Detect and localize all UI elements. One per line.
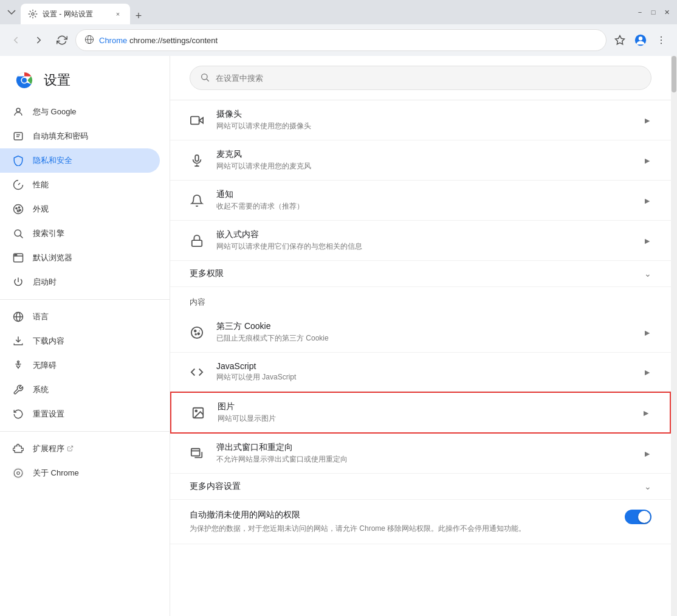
badge-icon	[12, 130, 24, 142]
search-input[interactable]	[216, 74, 641, 83]
javascript-item[interactable]: JavaScript 网站可以使用 JavaScript ►	[170, 353, 671, 392]
settings-search-header	[170, 56, 671, 100]
embedded-arrow: ►	[643, 236, 651, 246]
cookie-item[interactable]: 第三方 Cookie 已阻止无痕模式下的第三方 Cookie ►	[170, 313, 671, 353]
sidebar-item-autofill[interactable]: 自动填充和密码	[0, 124, 160, 148]
camera-icon	[190, 113, 204, 128]
external-link-icon	[67, 445, 74, 453]
sidebar-item-default-browser[interactable]: 默认浏览器	[0, 246, 160, 270]
mic-icon	[190, 153, 204, 168]
microphone-item[interactable]: 麦克风 网站可以请求使用您的麦克风 ►	[170, 140, 671, 181]
bookmark-button[interactable]	[610, 30, 630, 50]
popups-arrow: ►	[643, 449, 651, 459]
sidebar-item-performance[interactable]: 性能	[0, 173, 160, 197]
javascript-text: JavaScript 网站可以使用 JavaScript	[216, 361, 631, 382]
notifications-arrow: ►	[643, 196, 651, 206]
refresh-button[interactable]	[52, 30, 72, 50]
svg-point-35	[13, 468, 24, 479]
address-bar[interactable]: Chrome chrome://settings/content	[75, 29, 607, 51]
camera-arrow: ►	[643, 116, 651, 125]
content-header-label: 内容	[190, 297, 205, 306]
cookie-text: 第三方 Cookie 已阻止无痕模式下的第三方 Cookie	[216, 321, 631, 344]
sidebar-item-about[interactable]: 关于 Chrome	[0, 461, 160, 485]
sidebar-item-accessibility[interactable]: 无障碍	[0, 353, 160, 378]
notifications-item[interactable]: 通知 收起不需要的请求（推荐） ►	[170, 181, 671, 221]
sidebar-item-appearance[interactable]: 外观	[0, 197, 160, 221]
content-section-header: 内容	[170, 287, 671, 313]
sidebar-item-google[interactable]: 您与 Google	[0, 100, 160, 124]
tab-icon	[28, 9, 38, 19]
close-button[interactable]: ✕	[661, 7, 672, 18]
svg-point-47	[198, 333, 199, 334]
active-tab[interactable]: 设置 - 网站设置 ×	[21, 4, 130, 24]
images-item[interactable]: 图片 网站可以显示图片 ►	[170, 392, 671, 434]
auto-revoke-title: 自动撤消未使用的网站的权限	[190, 510, 613, 521]
sidebar-label-accessibility: 无障碍	[33, 360, 57, 371]
svg-point-27	[15, 254, 16, 255]
browser-icon	[12, 252, 24, 264]
menu-button[interactable]	[651, 30, 671, 50]
sidebar-item-search[interactable]: 搜索引擎	[0, 221, 160, 246]
new-tab-button[interactable]: +	[130, 7, 147, 24]
sidebar-label-extensions: 扩展程序	[33, 443, 64, 454]
sidebar-item-system[interactable]: 系统	[0, 378, 160, 402]
svg-line-34	[70, 446, 73, 449]
scrollbar-thumb[interactable]	[672, 56, 676, 92]
embedded-text: 嵌入式内容 网站可以请求使用它们保存的与您相关的信息	[216, 229, 631, 252]
popups-item[interactable]: 弹出式窗口和重定向 不允许网站显示弹出式窗口或使用重定向 ►	[170, 434, 671, 474]
cookie-arrow: ►	[643, 328, 651, 337]
svg-line-24	[20, 235, 22, 238]
palette-icon	[12, 203, 24, 215]
embedded-item[interactable]: 嵌入式内容 网站可以请求使用它们保存的与您相关的信息 ►	[170, 221, 671, 261]
more-content-expand[interactable]: 更多内容设置 ⌄	[170, 474, 671, 500]
microphone-title: 麦克风	[216, 149, 631, 160]
embedded-subtitle: 网站可以请求使用它们保存的与您相关的信息	[216, 241, 631, 252]
nav-bar: Chrome chrome://settings/content	[0, 24, 677, 56]
scrollbar-track[interactable]	[671, 56, 677, 616]
sidebar-item-startup[interactable]: 启动时	[0, 270, 160, 294]
svg-rect-41	[195, 154, 199, 161]
camera-title: 摄像头	[216, 109, 631, 120]
microphone-text: 麦克风 网站可以请求使用您的麦克风	[216, 149, 631, 171]
person-icon	[12, 106, 24, 118]
chrome-circle-icon	[12, 467, 24, 479]
cookie-subtitle: 已阻止无痕模式下的第三方 Cookie	[216, 333, 631, 344]
camera-item[interactable]: 摄像头 网站可以请求使用您的摄像头 ►	[170, 100, 671, 140]
shield-icon	[12, 154, 24, 167]
sidebar-item-language[interactable]: 语言	[0, 305, 160, 329]
back-button[interactable]	[6, 30, 26, 50]
download-icon	[12, 335, 24, 347]
reset-icon	[12, 408, 24, 420]
sidebar-item-extensions[interactable]: 扩展程序	[0, 437, 160, 461]
svg-line-39	[207, 79, 209, 81]
security-icon	[84, 35, 94, 46]
tab-close-button[interactable]: ×	[113, 9, 123, 19]
sidebar: 设置 您与 Google 自动填充和密码 隐私和安全	[0, 56, 170, 616]
cookie-title: 第三方 Cookie	[216, 321, 631, 332]
camera-text: 摄像头 网站可以请求使用您的摄像头	[216, 109, 631, 131]
more-permissions-expand[interactable]: 更多权限 ⌄	[170, 261, 671, 287]
window-controls: − □ ✕	[634, 7, 672, 18]
javascript-arrow: ►	[643, 367, 651, 377]
popups-title: 弹出式窗口和重定向	[216, 442, 631, 453]
search-box[interactable]	[190, 66, 651, 90]
sidebar-item-privacy[interactable]: 隐私和安全	[0, 148, 160, 173]
sidebar-item-reset[interactable]: 重置设置	[0, 402, 160, 426]
svg-point-33	[18, 361, 19, 363]
minimize-button[interactable]: −	[634, 7, 645, 18]
more-content-label: 更多内容设置	[190, 481, 644, 492]
tab-nav-button[interactable]	[5, 5, 18, 19]
tab-title: 设置 - 网站设置	[43, 9, 108, 19]
maximize-button[interactable]: □	[648, 7, 659, 18]
sidebar-item-downloads[interactable]: 下载内容	[0, 329, 160, 353]
account-button[interactable]	[631, 30, 650, 50]
sidebar-label-appearance: 外观	[33, 204, 49, 215]
forward-button[interactable]	[29, 30, 49, 50]
image-icon	[191, 406, 205, 420]
auto-revoke-toggle[interactable]	[625, 510, 651, 524]
search-box-icon	[200, 72, 210, 84]
wrench-icon	[12, 384, 24, 396]
svg-point-15	[16, 108, 20, 112]
svg-point-8	[661, 40, 662, 41]
sidebar-label-default-browser: 默认浏览器	[33, 252, 72, 263]
